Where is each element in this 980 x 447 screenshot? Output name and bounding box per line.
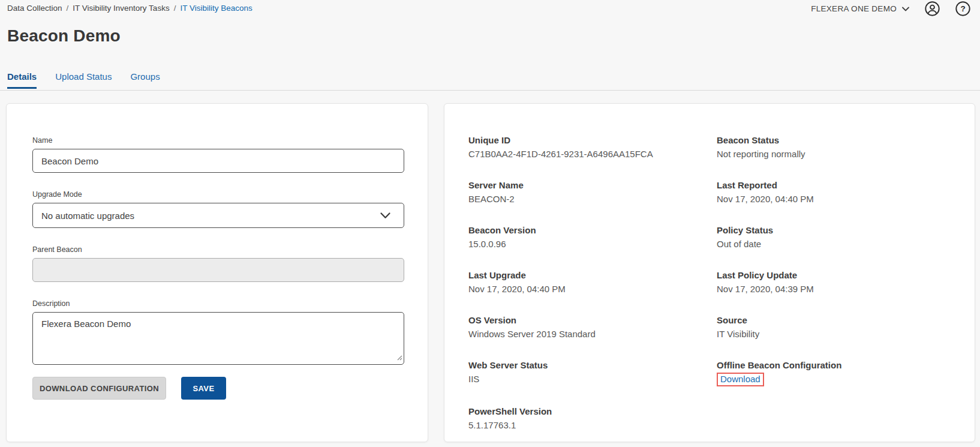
breadcrumb-item-it-visibility-beacons[interactable]: IT Visibility Beacons [180, 4, 252, 13]
detail-offline-beacon-configuration: Offline Beacon Configuration Download [717, 360, 975, 386]
detail-beacon-status: Beacon Status Not reporting normally [717, 135, 975, 160]
upgrade-mode-select[interactable]: No automatic upgrades [32, 203, 404, 228]
form-button-row: DOWNLOAD CONFIGURATION SAVE [32, 377, 428, 400]
parent-beacon-input [32, 258, 404, 282]
description-field-group: Description Flexera Beacon Demo [32, 299, 404, 365]
account-cluster: FLEXERA ONE DEMO ? [811, 1, 970, 16]
chevron-down-icon [902, 7, 909, 11]
breadcrumb: Data Collection / IT Visibility Inventor… [7, 4, 252, 13]
beacon-details-grid: Unique ID C71B0AA2-4F1D-4261-9231-A6496A… [444, 104, 975, 447]
name-input[interactable] [32, 149, 404, 173]
detail-server-name: Server Name BEACON-2 [468, 180, 717, 205]
org-label: FLEXERA ONE DEMO [811, 4, 897, 13]
beacon-edit-card: Name Upgrade Mode No automatic upgrades … [6, 103, 428, 442]
detail-powershell-version: PowerShell Version 5.1.17763.1 [468, 406, 717, 431]
detail-source: Source IT Visibility [717, 315, 975, 340]
tab-upload-status[interactable]: Upload Status [55, 71, 112, 89]
help-icon[interactable]: ? [955, 1, 970, 16]
tab-details[interactable]: Details [7, 71, 37, 89]
detail-last-policy-update: Last Policy Update Nov 17, 2020, 04:39 P… [717, 270, 975, 295]
download-link-highlight-box: Download [717, 373, 764, 386]
detail-beacon-version: Beacon Version 15.0.0.96 [468, 225, 717, 250]
parent-beacon-field-label: Parent Beacon [32, 245, 404, 254]
chevron-down-icon [380, 212, 390, 219]
breadcrumb-separator: / [67, 4, 69, 13]
account-icon[interactable] [925, 1, 940, 16]
detail-policy-status: Policy Status Out of date [717, 225, 975, 250]
detail-os-version: OS Version Windows Server 2019 Standard [468, 315, 717, 340]
detail-last-reported: Last Reported Nov 17, 2020, 04:40 PM [717, 180, 975, 205]
upgrade-mode-selected-value: No automatic upgrades [41, 211, 134, 221]
upgrade-mode-field-group: Upgrade Mode No automatic upgrades [32, 190, 404, 228]
name-field-label: Name [32, 136, 404, 145]
download-link[interactable]: Download [720, 374, 760, 384]
tabs-divider [0, 90, 980, 91]
svg-text:?: ? [960, 4, 965, 13]
breadcrumb-item-it-visibility-inventory-tasks[interactable]: IT Visibility Inventory Tasks [73, 4, 169, 13]
tab-bar: Details Upload Status Groups [7, 71, 160, 89]
page-title: Beacon Demo [7, 26, 121, 46]
upgrade-mode-field-label: Upgrade Mode [32, 190, 404, 199]
detail-web-server-status: Web Server Status IIS [468, 360, 717, 386]
beacon-details-card: Unique ID C71B0AA2-4F1D-4261-9231-A6496A… [444, 103, 975, 442]
org-switcher-button[interactable]: FLEXERA ONE DEMO [811, 4, 909, 13]
detail-last-upgrade: Last Upgrade Nov 17, 2020, 04:40 PM [468, 270, 717, 295]
tab-groups[interactable]: Groups [130, 71, 160, 89]
detail-unique-id: Unique ID C71B0AA2-4F1D-4261-9231-A6496A… [468, 135, 717, 160]
save-button[interactable]: SAVE [181, 377, 226, 400]
description-textarea[interactable]: Flexera Beacon Demo [32, 312, 404, 365]
name-field-group: Name [32, 136, 404, 173]
description-field-label: Description [32, 299, 404, 308]
beacon-edit-form: Name Upgrade Mode No automatic upgrades … [7, 104, 428, 400]
breadcrumb-item-data-collection[interactable]: Data Collection [7, 4, 62, 13]
breadcrumb-separator: / [174, 4, 176, 13]
detail-empty-cell [717, 406, 975, 431]
download-configuration-button[interactable]: DOWNLOAD CONFIGURATION [32, 377, 166, 400]
parent-beacon-field-group: Parent Beacon [32, 245, 404, 282]
